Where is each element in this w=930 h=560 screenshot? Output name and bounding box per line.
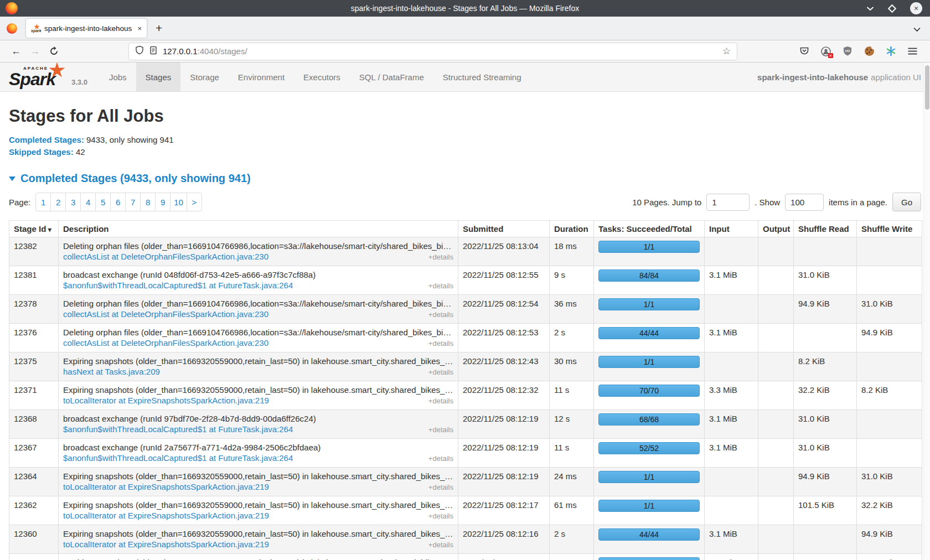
column-header-duration[interactable]: Duration: [550, 221, 594, 237]
page-button-8[interactable]: 8: [140, 193, 156, 211]
column-header-submitted[interactable]: Submitted: [458, 221, 550, 237]
page-info-icon[interactable]: [149, 46, 157, 57]
asterisk-extension-icon[interactable]: [885, 46, 896, 57]
nav-tab-environment[interactable]: Environment: [229, 63, 294, 91]
column-header-description[interactable]: Description: [59, 221, 458, 237]
stage-detail-link[interactable]: $anonfun$withThreadLocalCaptured$1 at Fu…: [63, 453, 293, 463]
vertical-scrollbar[interactable]: [923, 63, 930, 560]
nav-tab-sql-dataframe[interactable]: SQL / DataFrame: [350, 63, 433, 91]
tasks-cell: 1/1: [594, 468, 705, 496]
items-label: items in a page.: [829, 198, 887, 207]
nav-tab-stages[interactable]: Stages: [136, 63, 181, 91]
shuffle-write-cell: 94.9 KiB: [857, 525, 922, 554]
column-header-stage-id[interactable]: Stage Id ▾: [9, 221, 59, 237]
nav-tab-jobs[interactable]: Jobs: [100, 63, 136, 91]
column-header-input[interactable]: Input: [705, 221, 758, 237]
nav-tab-structured-streaming[interactable]: Structured Streaming: [433, 63, 531, 91]
back-button[interactable]: ←: [7, 45, 25, 57]
details-toggle[interactable]: +details: [428, 309, 453, 320]
details-toggle[interactable]: +details: [428, 540, 453, 550]
details-toggle[interactable]: +details: [428, 252, 453, 262]
application-suffix: application UI: [871, 72, 921, 82]
completed-stages-value: 9433, only showing 941: [86, 135, 174, 144]
details-toggle[interactable]: +details: [428, 482, 453, 492]
stage-detail-link[interactable]: toLocalIterator at ExpireSnapshotsSparkA…: [63, 481, 269, 492]
page-button-2[interactable]: 2: [50, 193, 66, 211]
page-button-6[interactable]: 6: [110, 193, 126, 211]
list-all-tabs-icon[interactable]: [913, 24, 921, 34]
tasks-cell: 1/1: [594, 352, 705, 381]
details-toggle[interactable]: +details: [428, 511, 453, 521]
close-window-icon[interactable]: ×: [910, 2, 922, 14]
nav-tab-storage[interactable]: Storage: [180, 63, 229, 91]
url-text[interactable]: 127.0.0.1:4040/stages/: [163, 46, 247, 56]
forward-button[interactable]: →: [25, 45, 44, 57]
page-button-5[interactable]: 5: [95, 193, 111, 211]
shuffle-read-cell: 32.2 KiB: [794, 381, 857, 410]
items-per-page-input[interactable]: [785, 194, 824, 211]
tasks-cell: 1/1: [594, 237, 705, 266]
stage-id-cell: 12375: [9, 352, 59, 381]
page-button-3[interactable]: 3: [65, 193, 81, 211]
completed-stages-link[interactable]: Completed Stages:: [9, 135, 84, 144]
stage-detail-link[interactable]: $anonfun$withThreadLocalCaptured$1 at Fu…: [63, 424, 293, 434]
ublock-origin-icon[interactable]: UO: [842, 46, 853, 57]
privacy-extension-icon[interactable]: ✕: [820, 46, 831, 57]
stage-detail-link[interactable]: $anonfun$withThreadLocalCaptured$1 at Fu…: [63, 280, 293, 291]
stage-detail-link[interactable]: toLocalIterator at ExpireSnapshotsSparkA…: [63, 539, 269, 549]
maximize-icon[interactable]: [888, 4, 897, 13]
pocket-icon[interactable]: [799, 46, 810, 57]
cookie-extension-icon[interactable]: [864, 46, 875, 57]
stage-detail-link[interactable]: toLocalIterator at ExpireSnapshotsSparkA…: [63, 510, 269, 521]
tasks-cell: 84/84: [594, 266, 705, 295]
firefox-app-icon[interactable]: [7, 23, 17, 34]
task-progress-bar: 68/68: [598, 413, 700, 426]
page-button->[interactable]: >: [187, 193, 202, 211]
spark-logo[interactable]: APACHE Spark 3.3.0: [0, 63, 93, 91]
scrollbar-thumb[interactable]: [925, 65, 929, 110]
duration-cell: 24 ms: [550, 468, 594, 496]
submitted-cell: 2022/11/25 08:12:19: [458, 410, 550, 439]
page-button-10[interactable]: 10: [170, 193, 187, 211]
stage-detail-link[interactable]: collectAsList at DeleteOrphanFilesSparkA…: [63, 338, 268, 348]
details-toggle[interactable]: +details: [428, 281, 453, 291]
page-button-1[interactable]: 1: [35, 193, 51, 211]
stage-detail-link[interactable]: toLocalIterator at ExpireSnapshotsSparkA…: [63, 395, 269, 406]
table-row: 12382Deleting orphan files (older_than=1…: [9, 237, 922, 266]
shuffle-write-cell: 94.9 KiB: [857, 324, 922, 352]
stage-detail-link[interactable]: collectAsList at DeleteOrphanFilesSparkA…: [63, 309, 268, 319]
details-toggle[interactable]: +details: [428, 396, 453, 406]
column-header-shuffle-read[interactable]: Shuffle Read: [794, 221, 857, 237]
column-header-shuffle-write[interactable]: Shuffle Write: [857, 221, 922, 237]
page-button-7[interactable]: 7: [125, 193, 141, 211]
shield-permissions-icon[interactable]: [135, 45, 144, 57]
stage-id-cell: 12376: [9, 324, 59, 352]
page-content: Stages for All Jobs Completed Stages: 94…: [0, 106, 930, 560]
stage-detail-link[interactable]: collectAsList at DeleteOrphanFilesSparkA…: [63, 251, 268, 262]
jump-to-page-input[interactable]: [706, 194, 750, 211]
page-button-9[interactable]: 9: [155, 193, 170, 211]
browser-tab[interactable]: spark spark-ingest-into-lakehous ×: [26, 19, 147, 38]
details-toggle[interactable]: +details: [428, 367, 453, 377]
url-field[interactable]: 127.0.0.1:4040/stages/ ☆: [128, 43, 737, 60]
details-toggle[interactable]: +details: [428, 453, 453, 464]
bookmark-star-icon[interactable]: ☆: [722, 45, 731, 57]
input-cell: [705, 237, 758, 266]
new-tab-button[interactable]: +: [156, 22, 162, 35]
reload-icon[interactable]: [44, 46, 63, 56]
page-button-4[interactable]: 4: [80, 193, 96, 211]
nav-tab-executors[interactable]: Executors: [294, 63, 350, 91]
completed-stages-section-header[interactable]: Completed Stages (9433, only showing 941…: [9, 172, 921, 185]
go-button[interactable]: Go: [892, 193, 921, 211]
tab-close-icon[interactable]: ×: [136, 24, 142, 33]
column-header-output[interactable]: Output: [758, 221, 794, 237]
details-toggle[interactable]: +details: [428, 424, 453, 435]
hamburger-menu-icon[interactable]: [907, 46, 918, 57]
stage-id-cell: 12360: [9, 525, 59, 554]
details-toggle[interactable]: +details: [428, 338, 453, 349]
column-header-tasks-succeeded-total[interactable]: Tasks: Succeeded/Total: [594, 221, 705, 237]
stage-detail-link[interactable]: hasNext at Tasks.java:209: [63, 366, 160, 377]
submitted-cell: 2022/11/25 08:12:19: [458, 468, 550, 496]
minimize-icon[interactable]: [866, 6, 874, 11]
skipped-stages-link[interactable]: Skipped Stages:: [9, 147, 74, 157]
